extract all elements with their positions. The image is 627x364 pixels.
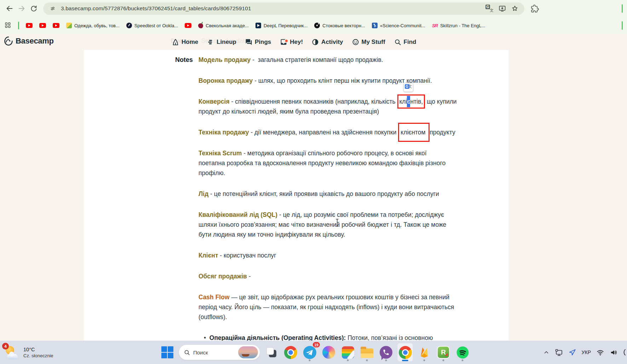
nav-hey[interactable]: Hey! — [280, 38, 303, 46]
copilot-icon — [322, 346, 335, 359]
google-translate-icon[interactable]: G文 — [403, 83, 413, 92]
youtube-icon — [26, 23, 33, 28]
bookmarks-bar: Одежда, обувь, тов... Speedtest от Ookla… — [0, 17, 627, 34]
taskbar-explorer[interactable] — [359, 343, 375, 362]
note-text: - дії менеджера, направлені на здійсненн… — [249, 129, 398, 136]
taskbar-search[interactable]: Поиск — [179, 345, 260, 360]
basecamp-header: Basecamp Home Lineup Pings Hey! A — [0, 34, 627, 50]
taskbar-chrome[interactable] — [283, 343, 298, 362]
wifi-icon[interactable] — [596, 348, 604, 357]
search-highlight-image[interactable] — [238, 346, 258, 358]
url-text[interactable]: 3.basecamp.com/5772876/buckets/37062451/… — [61, 5, 481, 12]
volume-icon[interactable] — [610, 348, 618, 357]
notes-body[interactable]: Модель продажу - загальна стратегія комп… — [199, 55, 482, 341]
taskbar-viber[interactable] — [378, 343, 394, 362]
search-icon — [394, 39, 401, 46]
bookmark-deepl[interactable]: DeepL Переводчик... — [255, 23, 307, 28]
nav-activity[interactable]: Activity — [312, 39, 343, 46]
bookmark-science-community[interactable]: «Science-Communit... — [372, 23, 425, 28]
forward-icon — [18, 5, 25, 12]
basecamp-logo[interactable]: Basecamp — [4, 36, 54, 46]
task-view-button[interactable] — [264, 343, 279, 362]
note-text: клієнтом — [401, 129, 427, 136]
nav-home[interactable]: Home — [172, 39, 198, 46]
address-bar[interactable]: 3.basecamp.com/5772876/buckets/37062451/… — [43, 2, 524, 15]
spotify-icon — [456, 346, 469, 359]
bookmark-youtube-3[interactable] — [53, 23, 59, 28]
bookmark-youtube-2[interactable] — [39, 23, 46, 28]
bookmark-stock-vectors[interactable]: Стоковые векторн... — [314, 23, 365, 28]
language-indicator[interactable]: УКР — [582, 349, 591, 355]
install-app-icon[interactable] — [497, 4, 507, 13]
glossary-term: Воронка продажу — [199, 77, 253, 84]
taskbar-copilot[interactable] — [321, 343, 336, 362]
notes-label: Notes — [84, 55, 199, 341]
glossary-term: Клієнт — [199, 252, 218, 259]
nav-lineup[interactable]: Lineup — [207, 39, 236, 46]
location-arrow-icon[interactable] — [569, 348, 576, 356]
glossary-term: Техніка продажу — [199, 129, 249, 136]
bookmark-beet-academy[interactable]: Свекольная акаде... — [198, 23, 249, 28]
search-icon — [184, 349, 190, 356]
bookmark-youtube-1[interactable] — [26, 23, 33, 28]
smiley-icon — [352, 39, 359, 46]
back-button[interactable] — [4, 2, 16, 15]
nav-find[interactable]: Find — [394, 39, 416, 46]
taskbar-green-r-app[interactable]: R — [436, 343, 451, 362]
refresh-icon — [30, 5, 38, 12]
cloud-icon — [7, 354, 18, 359]
clipped-tray-icon — [623, 349, 626, 356]
active-window-indicator — [402, 360, 408, 361]
glossary-term: Конверсія — [199, 98, 230, 105]
apps-grid-icon[interactable] — [4, 22, 11, 30]
running-indicator — [443, 359, 444, 361]
system-tray: УКР — [543, 341, 626, 364]
forward-button[interactable] — [16, 2, 28, 15]
home-icon — [172, 39, 179, 46]
translate-page-icon[interactable]: G 文 — [485, 4, 494, 13]
weather-desc: Cz. słonecznie — [23, 353, 53, 358]
start-button[interactable] — [160, 343, 175, 362]
note-paragraph: Модель продажу - загальна стратегія комп… — [199, 55, 482, 65]
site-info-icon[interactable] — [48, 4, 57, 13]
taskbar-chrome-active[interactable] — [397, 343, 413, 362]
bookmark-star-icon[interactable] — [510, 4, 519, 13]
youtube-icon — [185, 23, 191, 28]
basecamp-logo-icon — [4, 36, 13, 46]
note-paragraph: Cash Flow — це звіт, що відображає рух р… — [199, 292, 482, 322]
nav-my-stuff[interactable]: My Stuff — [352, 39, 385, 46]
bookmark-shop[interactable]: Одежда, обувь, тов... — [66, 23, 120, 28]
running-indicator — [366, 359, 368, 361]
refresh-button[interactable] — [28, 2, 40, 15]
tray-chevron-icon[interactable] — [543, 349, 550, 356]
basecamp-nav: Home Lineup Pings Hey! Activity My S — [172, 34, 416, 50]
bookmark-skillzrun[interactable]: SRSkillzrun - The EngL... — [432, 23, 485, 28]
glossary-term: Лід — [199, 190, 208, 197]
bookmark-youtube-4[interactable] — [185, 23, 191, 28]
taskbar-paint[interactable] — [340, 343, 356, 362]
running-indicator — [424, 359, 425, 361]
taskbar-telegram[interactable]: 19 — [302, 343, 317, 362]
running-indicator — [347, 359, 349, 361]
youtube-icon — [39, 23, 46, 28]
shop-icon — [66, 23, 72, 28]
note-text: - загальна стратегія компанії щодо прода… — [251, 56, 383, 63]
monitor-lock-icon[interactable] — [555, 348, 563, 357]
note-paragraph: Кваліфікований лід (SQL) - це лід, що ро… — [199, 210, 482, 239]
nav-pings[interactable]: Pings — [245, 39, 271, 46]
science-icon — [372, 23, 378, 28]
glossary-term: Cash Flow — [199, 294, 230, 301]
stock-photos-icon — [314, 23, 320, 28]
bookmark-speedtest[interactable]: Speedtest от Ookla... — [126, 23, 178, 28]
glossary-term: Модель продажу — [199, 56, 251, 63]
windows-logo-icon — [161, 346, 173, 358]
note-paragraph: Лід - це потенційний клієнт, який прояви… — [199, 189, 482, 199]
note-paragraph: Конверсія - співвідношення певних показн… — [199, 97, 482, 116]
extensions-icon[interactable] — [530, 4, 539, 13]
taskbar-spotify[interactable] — [455, 343, 470, 362]
file-explorer-icon — [361, 348, 373, 358]
weather-icon: 4 — [4, 345, 20, 360]
weather-widget[interactable]: 4 10°C Cz. słonecznie — [4, 341, 53, 364]
note-paragraph: Техніка продажу - дії менеджера, направл… — [199, 127, 482, 137]
taskbar-firebase[interactable] — [416, 343, 432, 362]
